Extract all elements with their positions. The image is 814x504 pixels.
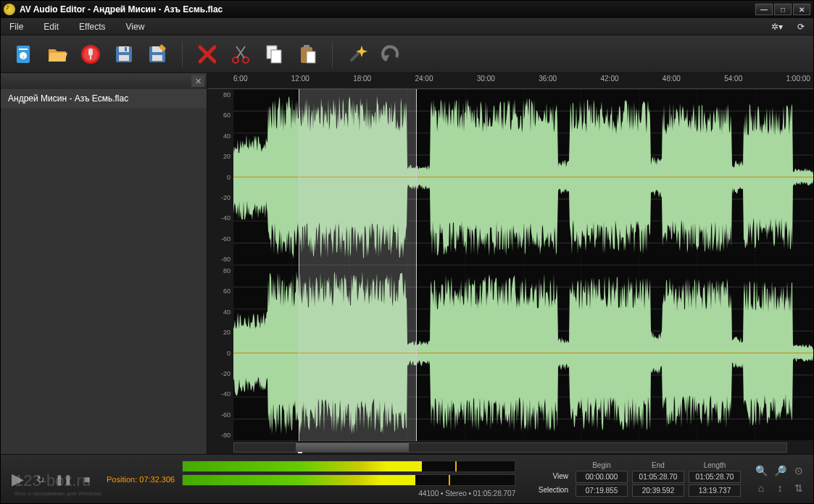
scrollbar-thumb[interactable] <box>296 443 408 452</box>
record-button[interactable] <box>78 41 104 67</box>
db-scale-left: 806040200-20-40-60-80 <box>207 89 233 265</box>
selection-region[interactable] <box>299 265 417 441</box>
refresh-icon[interactable]: ⟳ <box>797 22 805 32</box>
transport-controls: ▶ ↻ ❚❚ ■ <box>8 470 96 489</box>
sel-length: 13:19.737 <box>689 484 741 497</box>
svg-rect-10 <box>119 55 129 61</box>
effects-button[interactable] <box>344 41 370 67</box>
new-file-button[interactable]: ♪ <box>11 41 37 67</box>
menu-edit[interactable]: Edit <box>43 22 59 32</box>
zoom-fit-button[interactable]: ⊙ <box>792 463 806 478</box>
view-begin: 00:00.000 <box>576 471 628 483</box>
ruler-tick: 42:00 <box>601 75 619 83</box>
sidebar: ✕ Андрей Мисин - Азъ Есмь.flac <box>1 73 207 454</box>
zoom-v-in-button[interactable]: ↕ <box>773 481 787 495</box>
zoom-out-button[interactable]: 🔎 <box>773 463 787 478</box>
save-as-button[interactable] <box>144 41 170 67</box>
selection-region[interactable] <box>299 89 417 265</box>
zoom-sel-button[interactable]: ⌂ <box>754 481 768 495</box>
pause-button[interactable]: ❚❚ <box>54 470 73 489</box>
cut-button[interactable] <box>228 41 254 67</box>
open-file-button[interactable] <box>44 41 70 67</box>
waveform-channel-right[interactable] <box>233 265 813 441</box>
sel-begin: 07:19.855 <box>576 484 628 497</box>
ruler-tick: 24:00 <box>415 75 433 83</box>
stop-button[interactable]: ■ <box>78 470 96 489</box>
save-button[interactable] <box>111 41 137 67</box>
svg-rect-6 <box>88 49 93 56</box>
minimize-button[interactable]: — <box>755 4 773 15</box>
maximize-button[interactable]: □ <box>774 4 792 15</box>
copy-button[interactable] <box>261 41 287 67</box>
svg-rect-1 <box>19 49 28 50</box>
ruler-tick: 18:00 <box>353 75 371 83</box>
ruler-tick: 1:00:00 <box>786 75 810 83</box>
file-list-item[interactable]: Андрей Мисин - Азъ Есмь.flac <box>1 89 207 108</box>
close-button[interactable]: ✕ <box>793 4 810 15</box>
svg-text:♪: ♪ <box>22 54 25 60</box>
zoom-in-button[interactable]: 🔍 <box>754 463 768 478</box>
ruler-tick: 6:00 <box>233 75 247 83</box>
toolbar: ♪ <box>1 35 813 73</box>
waveform-area: 6:00 12:00 18:00 24:00 30:00 36:00 42:00… <box>207 73 813 454</box>
menu-effects[interactable]: Effects <box>79 22 105 32</box>
loop-button[interactable]: ↻ <box>31 470 50 489</box>
menu-file[interactable]: File <box>9 22 23 32</box>
menubar: File Edit Effects View ✲▾ ⟳ <box>1 18 813 35</box>
svg-rect-21 <box>307 51 315 63</box>
svg-rect-7 <box>90 56 91 59</box>
horizontal-scrollbar[interactable] <box>207 441 813 454</box>
app-logo-icon <box>4 4 15 15</box>
svg-rect-20 <box>304 45 310 49</box>
zoom-v-out-button[interactable]: ⇅ <box>792 481 806 495</box>
settings-icon[interactable]: ✲▾ <box>771 22 783 32</box>
titlebar: AV Audio Editor - Андрей Мисин - Азъ Есм… <box>1 1 813 18</box>
close-panel-button[interactable]: ✕ <box>191 75 204 87</box>
svg-rect-18 <box>271 50 281 63</box>
selection-info-table: Begin End Length View 00:00.000 01:05:28… <box>536 461 741 497</box>
undo-button[interactable] <box>378 41 404 67</box>
play-button[interactable]: ▶ <box>8 470 27 489</box>
ruler-tick: 30:00 <box>477 75 495 83</box>
ruler-tick: 48:00 <box>663 75 681 83</box>
ruler-tick: 54:00 <box>724 75 742 83</box>
status-bar: ▶ ↻ ❚❚ ■ Position: 07:32.306 44100 • Ste… <box>1 454 813 503</box>
delete-button[interactable] <box>194 41 220 67</box>
sel-end: 20:39.592 <box>632 484 684 497</box>
menu-view[interactable]: View <box>126 22 145 32</box>
level-meters: 44100 • Stereo • 01:05:28.707 <box>182 461 515 497</box>
window-title: AV Audio Editor - Андрей Мисин - Азъ Есм… <box>20 4 223 14</box>
ruler-tick: 12:00 <box>291 75 310 83</box>
position-display: Position: 07:32.306 <box>107 475 175 484</box>
time-ruler[interactable]: 6:00 12:00 18:00 24:00 30:00 36:00 42:00… <box>207 73 813 89</box>
waveform-channel-left[interactable] <box>233 89 813 265</box>
view-length: 01:05:28.70 <box>689 471 741 483</box>
svg-rect-11 <box>125 47 127 51</box>
ruler-tick: 36:00 <box>539 75 557 83</box>
svg-rect-14 <box>152 55 162 61</box>
audio-format-info: 44100 • Stereo • 01:05:28.707 <box>182 490 515 497</box>
svg-rect-9 <box>119 46 129 52</box>
db-scale-right: 806040200-20-40-60-80 <box>207 265 233 441</box>
view-end: 01:05:28.70 <box>632 471 684 483</box>
paste-button[interactable] <box>294 41 320 67</box>
